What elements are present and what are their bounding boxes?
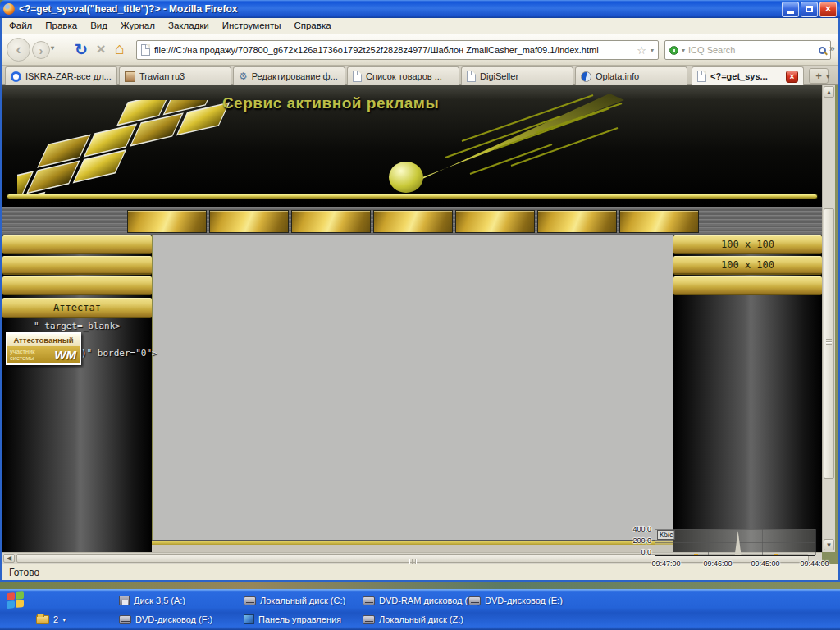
- scroll-up-button[interactable]: ▲: [824, 86, 834, 98]
- webmoney-attestation-badge[interactable]: Аттестованный участник системы WM: [6, 332, 81, 365]
- menu-edit[interactable]: Правка: [39, 18, 84, 34]
- ad-slot-empty[interactable]: [673, 276, 822, 295]
- address-bar[interactable]: ☆ ▾: [136, 40, 659, 60]
- firefox-icon: [3, 3, 15, 15]
- taskbar-item-dvd-e[interactable]: DVD-дисковод (E:): [468, 592, 563, 609]
- tab-goods-list[interactable]: Список товаров ...: [347, 66, 459, 85]
- graph-x-label-3: 09:45:00: [746, 559, 785, 568]
- stop-button[interactable]: ×: [91, 39, 111, 59]
- traffic-spike: [731, 531, 746, 555]
- search-engine-dropdown-icon[interactable]: ▾: [682, 47, 685, 54]
- menu-help[interactable]: Справка: [287, 18, 337, 34]
- navigation-toolbar: ‹ › ▾ ↻ × ⌂ ☆ ▾ ▾ »: [2, 34, 838, 66]
- menu-view[interactable]: Вид: [84, 18, 114, 34]
- left-arrow-icon: ◀: [7, 555, 11, 562]
- taskbar-item-disk-z[interactable]: Локальный диск (Z:): [363, 611, 463, 628]
- group-count: 2: [53, 614, 58, 624]
- nav-button-7[interactable]: [619, 210, 699, 233]
- hard-drive-icon: [244, 596, 256, 605]
- graph-x-label-2: 09:46:00: [698, 559, 737, 568]
- graph-y-label-0: 0,0: [623, 548, 651, 556]
- page-icon: [353, 71, 362, 82]
- taskbar-item-label: Локальный диск (Z:): [379, 614, 463, 624]
- floppy-drive-icon: [119, 596, 130, 605]
- menu-bookmarks[interactable]: Закладки: [162, 18, 216, 34]
- maximize-icon: [806, 6, 813, 12]
- taskbar-group-button[interactable]: 2 ▾: [36, 611, 66, 628]
- window-border-left: [0, 18, 2, 582]
- close-icon: ×: [790, 72, 795, 81]
- iskra-site-icon: [11, 71, 21, 82]
- ad-slot-100x100-1[interactable]: 100 x 100: [673, 235, 822, 254]
- start-button[interactable]: [7, 591, 25, 609]
- url-input[interactable]: [154, 45, 632, 55]
- close-button[interactable]: ×: [819, 2, 837, 17]
- page-icon: [467, 71, 476, 82]
- tab-close-button[interactable]: ×: [786, 71, 798, 83]
- sidebar-menu-item-attestat[interactable]: Аттестат: [2, 298, 152, 318]
- tab-travian[interactable]: Travian ru3: [119, 66, 231, 85]
- toolbar-overflow-chevron[interactable]: »: [829, 43, 835, 54]
- sidebar-menu-item-2[interactable]: [2, 256, 152, 275]
- tab-label: Список товаров ...: [366, 71, 454, 81]
- menu-history[interactable]: Журнал: [114, 18, 162, 34]
- graph-unit-label: Кб/с: [657, 530, 675, 540]
- ad-slot-100x100-2[interactable]: 100 x 100: [673, 256, 822, 275]
- sidebar-menu-item-3[interactable]: [2, 276, 152, 295]
- minimize-button[interactable]: [782, 2, 799, 17]
- traffic-blip: [774, 554, 778, 555]
- search-input[interactable]: [688, 45, 815, 55]
- chevron-down-icon: ▾: [62, 616, 66, 623]
- bookmark-star-icon[interactable]: ☆: [637, 44, 646, 57]
- scroll-left-button[interactable]: ◀: [3, 554, 15, 563]
- menu-tools[interactable]: Инструменты: [216, 18, 288, 34]
- nav-button-6[interactable]: [537, 210, 617, 233]
- main-content-area: [152, 235, 673, 540]
- taskbar-item-disk-c[interactable]: Локальный диск (C:): [244, 592, 345, 609]
- nav-button-5[interactable]: [455, 210, 535, 233]
- window-title: <?=get_sysval("head_title")?> - Mozilla …: [19, 3, 782, 15]
- tab-oplata[interactable]: Oplata.info: [575, 66, 687, 85]
- sidebar-menu-item-1[interactable]: [2, 235, 152, 254]
- menu-file[interactable]: Файл: [2, 18, 39, 34]
- nav-button-1[interactable]: [127, 210, 207, 233]
- tab-label: ISKRA-ZAR-все дл...: [25, 71, 112, 81]
- taskbar-item-dvdram-d[interactable]: DVD-RAM дисковод (D:): [363, 592, 480, 609]
- taskbar-item-floppy-a[interactable]: Диск 3,5 (A:): [119, 592, 185, 609]
- tab-label: DigiSeller: [480, 71, 568, 81]
- taskbar-item-dvd-f[interactable]: DVD-дисковод (F:): [119, 611, 212, 628]
- optical-drive-icon: [468, 596, 481, 605]
- nav-button-2[interactable]: [209, 210, 289, 233]
- menu-bar: Файл Правка Вид Журнал Закладки Инструме…: [2, 18, 838, 34]
- search-bar[interactable]: ▾: [664, 40, 831, 60]
- gold-divider-bar: [7, 194, 818, 199]
- vertical-scrollbar[interactable]: ▲ ▼: [822, 85, 835, 552]
- tab-digiseller[interactable]: DigiSeller: [461, 66, 573, 85]
- taskbar-item-control-panel[interactable]: Панель управления: [244, 611, 341, 628]
- list-all-tabs-button[interactable]: ▾: [826, 72, 830, 80]
- plus-icon: +: [815, 70, 822, 82]
- nav-button-3[interactable]: [291, 210, 371, 233]
- url-dropdown-icon[interactable]: ▾: [651, 47, 654, 54]
- network-graph-plot: Кб/с: [655, 529, 815, 556]
- search-icon[interactable]: [819, 47, 826, 54]
- home-button[interactable]: ⌂: [110, 39, 130, 58]
- hard-drive-icon: [363, 615, 375, 624]
- wm-badge-line1: Аттестованный: [7, 334, 80, 346]
- maximize-button[interactable]: [801, 2, 818, 17]
- vertical-scroll-thumb[interactable]: [824, 208, 834, 479]
- home-icon: ⌂: [115, 39, 125, 58]
- forward-button[interactable]: ›: [32, 41, 50, 59]
- comet-graphic: [363, 92, 626, 199]
- status-text: Готово: [9, 567, 39, 578]
- tab-iskra[interactable]: ISKRA-ZAR-все дл...: [5, 66, 117, 85]
- reload-button[interactable]: ↻: [71, 39, 91, 59]
- taskbar-item-label: DVD-дисковод (E:): [485, 596, 563, 605]
- back-button[interactable]: ‹: [7, 38, 30, 62]
- window-titlebar[interactable]: <?=get_sysval("head_title")?> - Mozilla …: [0, 0, 840, 18]
- nav-button-4[interactable]: [373, 210, 453, 233]
- back-history-dropdown[interactable]: ▾: [51, 44, 54, 52]
- tab-active-template[interactable]: <?=get_sys... ×: [692, 66, 804, 85]
- tab-editing[interactable]: ⚙ Редактирование ф...: [233, 66, 345, 85]
- oplata-site-icon: [581, 71, 591, 82]
